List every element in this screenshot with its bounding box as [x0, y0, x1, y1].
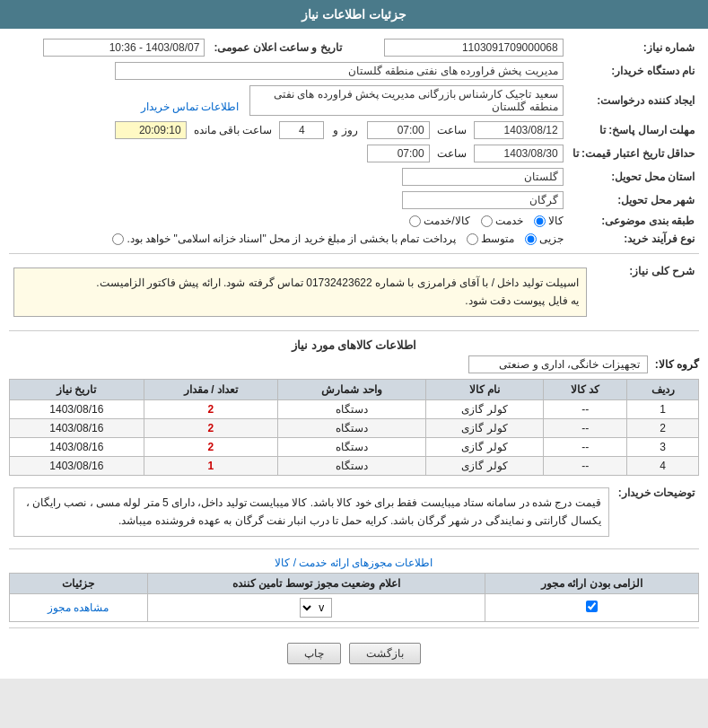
buttons-row: بازگشت چاپ: [9, 634, 699, 671]
buyer-input: مدیریت پخش فراورده های نفتی منطقه گلستان: [115, 62, 564, 80]
permit-status-select[interactable]: v: [300, 598, 332, 618]
purchase-treasury[interactable]: پرداخت تمام با بخشی از مبلغ خرید از محل …: [112, 232, 455, 245]
cell-row: 4: [627, 456, 699, 475]
cell-row: 1: [627, 399, 699, 418]
cell-unit: دستگاه: [278, 456, 425, 475]
purchase-partial-input[interactable]: [525, 233, 537, 245]
purchase-treasury-label: پرداخت تمام با بخشی از مبلغ خرید از محل …: [127, 232, 455, 245]
purchase-treasury-input[interactable]: [112, 233, 124, 245]
day-label: روز و: [333, 124, 357, 136]
province-value: گلستان: [9, 165, 568, 189]
permit-required-cell: [485, 593, 699, 621]
cell-row: 3: [627, 437, 699, 456]
purchase-partial[interactable]: جزیی: [525, 232, 564, 245]
buyer-label: نام دستگاه خریدار:: [568, 59, 699, 83]
price-time-label: ساعت: [437, 147, 467, 160]
category-label: طبقه بندی موضوعی:: [568, 212, 699, 230]
cell-code: --: [544, 437, 627, 456]
divider1: [9, 253, 699, 254]
cell-row: 2: [627, 418, 699, 437]
permit-table: الزامی بودن ارائه مجور اعلام وضعیت مجوز …: [9, 573, 699, 622]
buyer-notes-box: قیمت درج شده در سامانه ستاد میبایست فقط …: [13, 487, 609, 537]
page-header: جزئیات اطلاعات نیاز: [0, 0, 708, 29]
group-label: گروه کالا:: [655, 358, 699, 371]
cell-unit: دستگاه: [278, 437, 425, 456]
answer-deadline-label: مهلت ارسال پاسخ: تا: [568, 118, 699, 142]
cell-code: --: [544, 456, 627, 475]
category-radio-goods[interactable]: کالا: [534, 215, 564, 227]
items-section-title: اطلاعات کالاهای مورد نیاز: [9, 338, 699, 352]
category-radio-goods-input[interactable]: [534, 215, 546, 227]
buyer-notes-value: قیمت درج شده در سامانه ستاد میبایست فقط …: [9, 481, 614, 543]
creator-label: ایجاد کننده درخواست:: [568, 83, 699, 118]
price-deadline-time: 07:00: [367, 145, 430, 162]
cell-name: کولر گازی: [425, 418, 544, 437]
cell-name: کولر گازی: [425, 437, 544, 456]
permit-section: اطلاعات مجوزهای ارائه خدمت / کالا الزامی…: [9, 557, 699, 622]
description-label: شرح کلی نیاز:: [591, 259, 699, 325]
creator-input: سعید تاجیک کارشناس بازرگانی مدیریت پخش ف…: [249, 85, 564, 116]
permit-required-checkbox[interactable]: [586, 601, 598, 612]
purchase-medium[interactable]: متوسط: [467, 232, 514, 245]
permit-detail-link[interactable]: مشاهده مجوز: [48, 601, 109, 614]
answer-deadline-value: 1403/08/12 ساعت 07:00 روز و 4 ساعت باقی …: [9, 118, 568, 142]
divider4: [9, 627, 699, 628]
price-deadline-date: 1403/08/30: [474, 145, 564, 162]
category-radio-both-input[interactable]: [409, 215, 421, 227]
permit-col-detail: جزئیات: [10, 573, 148, 593]
divider2: [9, 330, 699, 331]
description-value: اسپیلت تولید داخل / با آقای فرامرزی با ش…: [9, 259, 591, 325]
cell-name: کولر گازی: [425, 399, 544, 418]
buyer-notes-label: توضیحات خریدار:: [614, 481, 699, 543]
group-row: گروه کالا: تجهیزات خانگی، اداری و صنعتی: [9, 355, 699, 373]
category-radio-both[interactable]: کالا/خدمت: [409, 215, 469, 227]
col-name: نام کالا: [425, 379, 544, 399]
cell-qty: 2: [144, 437, 277, 456]
date-label: تاریخ و ساعت اعلان عمومی:: [209, 36, 345, 59]
purchase-partial-label: جزیی: [539, 232, 564, 245]
cell-code: --: [544, 418, 627, 437]
answer-deadline-hours: 20:09:10: [115, 121, 187, 139]
permit-status-cell: v: [147, 593, 485, 621]
print-button[interactable]: چاپ: [287, 643, 341, 664]
divider3: [9, 548, 699, 549]
purchase-medium-label: متوسط: [481, 232, 514, 245]
purchase-type-value: جزیی متوسط پرداخت تمام با بخشی از مبلغ خ…: [9, 230, 568, 248]
buyer-value: مدیریت پخش فراورده های نفتی منطقه گلستان: [9, 59, 568, 83]
contact-link[interactable]: اطلاعات تماس خریدار: [141, 101, 240, 113]
col-code: کد کالا: [544, 379, 627, 399]
remaining-label: ساعت باقی مانده: [194, 124, 273, 136]
date-input: 1403/08/07 - 10:36: [43, 39, 205, 57]
description-table: شرح کلی نیاز: اسپیلت تولید داخل / با آقا…: [9, 259, 699, 325]
answer-deadline-date: 1403/08/12: [474, 121, 564, 139]
ref-number-value: 1103091709000068: [346, 36, 568, 59]
buyer-notes-table: توضیحات خریدار: قیمت درج شده در سامانه س…: [9, 481, 699, 543]
purchase-medium-input[interactable]: [467, 233, 478, 245]
cell-date: 1403/08/16: [10, 418, 144, 437]
category-radio-service-input[interactable]: [481, 215, 493, 227]
category-goods-label: کالا: [548, 215, 564, 227]
table-row: 3--کولر گازیدستگاه21403/08/16: [10, 437, 699, 456]
cell-date: 1403/08/16: [10, 456, 144, 475]
permit-title[interactable]: اطلاعات مجوزهای ارائه خدمت / کالا: [9, 557, 699, 569]
province-input: گلستان: [402, 168, 564, 186]
permit-row: vمشاهده مجوز: [10, 593, 699, 621]
cell-qty: 2: [144, 399, 277, 418]
group-value: تجهیزات خانگی، اداری و صنعتی: [468, 355, 648, 373]
permit-detail-cell: مشاهده مجوز: [10, 593, 148, 621]
permit-col-status: اعلام وضعیت مجوز توسط تامین کننده: [147, 573, 485, 593]
time-label: ساعت: [437, 124, 467, 136]
price-deadline-value: 1403/08/30 ساعت 07:00: [9, 142, 568, 165]
col-unit: واحد شمارش: [278, 379, 425, 399]
category-radio-service[interactable]: خدمت: [481, 215, 523, 227]
price-deadline-label: حداقل تاریخ اعتبار قیمت: تا: [568, 142, 699, 165]
ref-number-input: 1103091709000068: [384, 39, 564, 57]
cell-code: --: [544, 399, 627, 418]
purchase-type-label: نوع فرآیند خرید:: [568, 230, 699, 248]
city-value: گرگان: [9, 189, 568, 212]
cell-date: 1403/08/16: [10, 437, 144, 456]
permit-col-required: الزامی بودن ارائه مجور: [485, 573, 699, 593]
back-button[interactable]: بازگشت: [349, 643, 421, 664]
cell-date: 1403/08/16: [10, 399, 144, 418]
answer-deadline-days: 4: [279, 121, 324, 139]
